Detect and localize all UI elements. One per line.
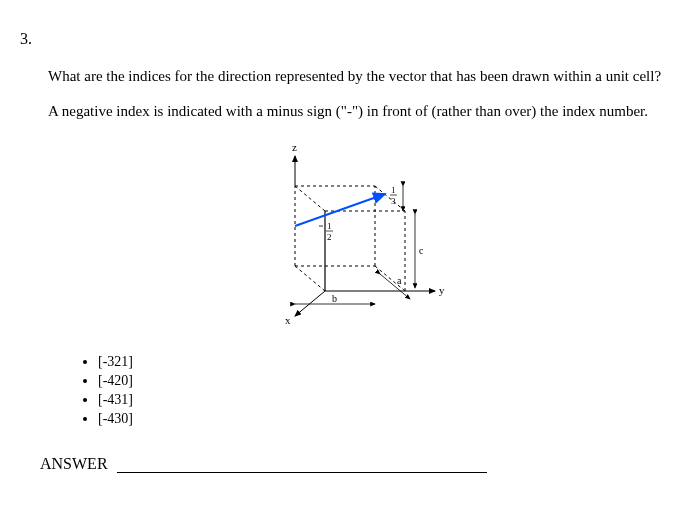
svg-line-18 [295,291,325,316]
question-prompt-2: A negative index is indicated with a min… [48,101,670,122]
edge-a-label: a [397,275,402,286]
answer-block: ANSWER [40,455,670,473]
question-prompt-1: What are the indices for the direction r… [48,66,670,87]
direction-vector [295,194,385,226]
svg-line-7 [375,186,405,211]
axis-x-label: x [285,314,291,326]
svg-line-8 [295,186,325,211]
fraction-third-den: 3 [391,196,396,206]
svg-line-2 [295,266,325,291]
option-2: [-420] [98,373,670,389]
options-block: [-321] [-420] [-431] [-430] [80,354,670,427]
edge-b-label: b [332,293,337,304]
question-number: 3. [20,30,670,48]
axis-y-label: y [439,284,445,296]
unit-cell-figure: 1 2 1 3 z y x a b c [20,136,670,330]
edge-c-label: c [419,245,424,256]
cube-diagram: 1 2 1 3 z y x a b c [235,136,455,326]
fraction-half-den: 2 [327,232,332,242]
fraction-half-num: 1 [327,221,332,231]
option-1: [-321] [98,354,670,370]
answer-input-line[interactable] [117,456,487,473]
answer-label: ANSWER [40,455,108,473]
fraction-third-num: 1 [391,185,396,195]
option-3: [-431] [98,392,670,408]
option-4: [-430] [98,411,670,427]
axis-z-label: z [292,141,297,153]
